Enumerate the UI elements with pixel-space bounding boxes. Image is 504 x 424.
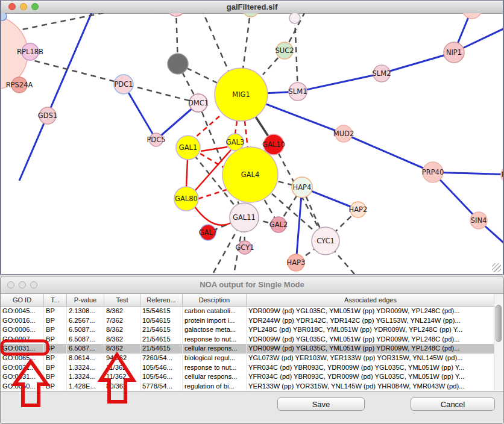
table-body: GO:0045...BP2.1308...8/36215/54615carbon…: [1, 307, 503, 391]
node-label: MIG1: [232, 90, 250, 99]
column-header-goid[interactable]: GO ID: [1, 294, 44, 306]
node-GAL2[interactable]: GAL2: [269, 217, 288, 232]
graph-edge[interactable]: [195, 116, 219, 137]
resize-grip[interactable]: [492, 263, 501, 272]
graph-window-titlebar[interactable]: galFiltered.sif: [1, 1, 503, 14]
cell-description: biological regul...: [183, 354, 247, 363]
node-GDS1[interactable]: GDS1: [38, 107, 57, 124]
graph-edge[interactable]: [344, 134, 433, 172]
table-row[interactable]: GO:0065...BP8.0614...94/3627260/54...bio…: [1, 354, 503, 363]
node-GAL11[interactable]: GAL11: [230, 203, 259, 232]
graph-window: galFiltered.sif RPL18BRPS24AGDS1PDC1PDC5…: [0, 0, 504, 275]
noa-window-title: NOA output for Single Mode: [1, 276, 503, 293]
cell-edges: YDR009W (pd) YGL035C, YML051W (pp) YDR00…: [247, 344, 495, 354]
table-row[interactable]: GO:0006...BP6.5087...8/36221/54615galact…: [1, 325, 503, 335]
graph-edge[interactable]: [201, 147, 227, 151]
cell-description: protein import i...: [183, 316, 247, 326]
graph-edge[interactable]: [243, 13, 251, 69]
node-GAL1[interactable]: GAL1: [176, 136, 200, 160]
cell-reference: 21/54615: [140, 335, 183, 344]
node-SLM2[interactable]: SLM2: [373, 65, 391, 82]
cell-pvalue: 6.5087...: [67, 325, 104, 335]
graph-edge[interactable]: [235, 121, 237, 134]
cell-type: BP: [44, 354, 67, 363]
node-label: MUD2: [333, 129, 354, 138]
cell-description: response to nut...: [183, 363, 247, 373]
table-row[interactable]: GO:0031...BP6.5087...8/36221/54615cellul…: [1, 344, 503, 354]
node-white-top[interactable]: [289, 13, 300, 23]
node-blue-sliver[interactable]: [1, 13, 7, 20]
table-row[interactable]: GO:0031...BP1.3324...11/362105/546...res…: [1, 363, 503, 373]
graph-edge[interactable]: [245, 121, 248, 149]
cell-test: 8/362: [104, 325, 140, 335]
graph-edge[interactable]: [201, 13, 229, 72]
cell-type: BP: [44, 344, 67, 354]
graph-canvas[interactable]: RPL18BRPS24AGDS1PDC1PDC5MIG1DMC1SUC2SLM1…: [1, 13, 503, 274]
cell-goid: GO:0016...: [1, 316, 44, 326]
column-header-description[interactable]: Desciption: [183, 294, 247, 306]
column-header-test[interactable]: Test: [104, 294, 140, 306]
cell-type: BP: [44, 363, 67, 373]
cell-test: 8/362: [104, 344, 140, 354]
node-pink-top-right[interactable]: [462, 13, 482, 19]
column-header-type[interactable]: T...: [44, 294, 67, 306]
column-header-pvalue[interactable]: P-value: [67, 294, 104, 306]
graph-edge[interactable]: [296, 187, 302, 263]
node-label: GAL2: [269, 220, 288, 229]
cell-pvalue: 1.3324...: [67, 363, 104, 373]
node-MUD2[interactable]: MUD2: [333, 125, 354, 142]
vertical-scrollbar[interactable]: [494, 294, 503, 390]
table-row[interactable]: GO:0016...BP6.2567...7/36210/54615protei…: [1, 316, 503, 326]
node-SIN4[interactable]: SIN4: [470, 212, 487, 229]
cancel-button[interactable]: Cancel: [411, 398, 495, 411]
table-row[interactable]: GO:0031...BP1.3324...11/362105/546...cel…: [1, 372, 503, 382]
noa-window-titlebar[interactable]: NOA output for Single Mode: [1, 276, 503, 294]
table-row[interactable]: GO:0050...BP1.428E...80/3625778/54...reg…: [1, 382, 503, 391]
node-MIG1[interactable]: MIG1: [215, 68, 268, 121]
scrollbar-thumb[interactable]: [496, 305, 502, 342]
column-header-edges[interactable]: Associated edges: [247, 294, 495, 306]
node-PDC1[interactable]: PDC1: [114, 75, 133, 94]
cell-goid: GO:0065...: [1, 354, 44, 363]
node-pink-top-left[interactable]: [168, 13, 184, 16]
node-GAL7[interactable]: GAL7: [199, 225, 218, 240]
node-PRP40[interactable]: PRP40: [422, 162, 444, 182]
graph-edge[interactable]: [13, 13, 125, 31]
node-CYC1[interactable]: CYC1: [312, 227, 339, 255]
node-label: HAP4: [293, 183, 312, 192]
node-HAP4[interactable]: HAP4: [292, 177, 312, 198]
node-label: GCY1: [235, 243, 254, 252]
cell-goid: GO:0050...: [1, 382, 44, 391]
cell-goid: GO:0031...: [1, 363, 44, 373]
graph-edge[interactable]: [186, 160, 187, 187]
graph-edge[interactable]: [298, 73, 382, 92]
node-SUC2[interactable]: SUC2: [275, 42, 294, 59]
node-HAP2[interactable]: HAP2: [349, 202, 368, 217]
table-row[interactable]: GO:0007...BP6.5087...8/36221/54615respon…: [1, 335, 503, 344]
cell-test: 80/362: [104, 382, 140, 391]
cell-reference: 10/54615: [140, 316, 183, 326]
node-PDC5[interactable]: PDC5: [146, 133, 165, 146]
cell-edges: YFR034C (pd) YBR093C, YDR009W (pd) YGL03…: [247, 363, 495, 373]
cell-test: 94/362: [104, 354, 140, 363]
node-SLM1[interactable]: SLM1: [289, 83, 307, 101]
cell-reference: 21/54615: [140, 344, 183, 354]
graph-edge[interactable]: [19, 13, 93, 181]
save-button[interactable]: Save: [277, 398, 365, 411]
table-row[interactable]: GO:0045...BP2.1308...8/36215/54615carbon…: [1, 307, 503, 316]
node-green-top[interactable]: [243, 13, 259, 17]
node-HAP3[interactable]: HAP3: [287, 254, 306, 271]
node-GAL4[interactable]: GAL4: [222, 147, 278, 202]
node-MSL1[interactable]: MSL1: [501, 165, 503, 184]
cell-type: BP: [44, 307, 67, 316]
column-header-reference[interactable]: Referen...: [140, 294, 183, 306]
node-NIP1[interactable]: NIP1: [444, 42, 464, 63]
node-GCY1[interactable]: GCY1: [235, 241, 254, 254]
cell-reference: 5778/54...: [140, 382, 183, 391]
node-GAL80[interactable]: GAL80: [174, 187, 198, 211]
node-label: PDC5: [146, 136, 165, 144]
node-unnamed-gray[interactable]: [168, 54, 188, 74]
graph-edge[interactable]: [382, 52, 454, 73]
graph-edge[interactable]: [194, 206, 232, 225]
cell-pvalue: 8.0614...: [67, 354, 104, 363]
